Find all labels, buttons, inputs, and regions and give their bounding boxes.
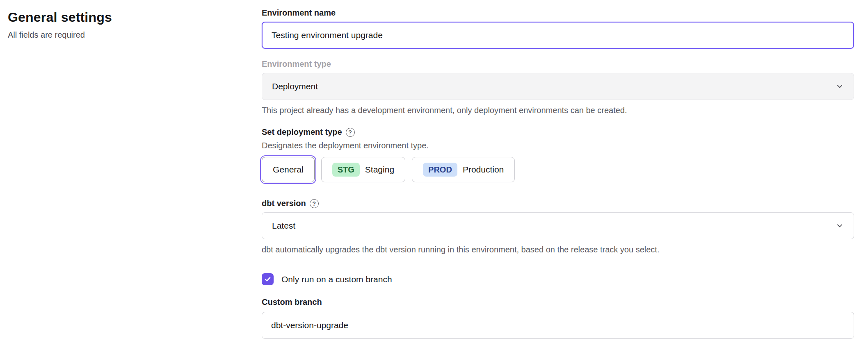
deployment-type-description: Designates the deployment environment ty… bbox=[262, 141, 854, 150]
deployment-type-label-row: Set deployment type ? bbox=[262, 127, 854, 137]
custom-branch-toggle-label: Only run on a custom branch bbox=[281, 275, 392, 284]
chevron-down-icon bbox=[836, 82, 844, 91]
environment-type-value: Deployment bbox=[272, 82, 318, 91]
environment-name-label: Environment name bbox=[262, 8, 854, 18]
dbt-version-help: dbt automatically upgrades the dbt versi… bbox=[262, 245, 854, 254]
deployment-type-staging-button[interactable]: STG Staging bbox=[321, 157, 405, 182]
help-icon[interactable]: ? bbox=[346, 128, 355, 137]
chevron-down-icon bbox=[836, 222, 844, 230]
production-badge: PROD bbox=[423, 163, 457, 177]
settings-form: Environment name Environment type Deploy… bbox=[262, 8, 854, 339]
dbt-version-label: dbt version bbox=[262, 199, 306, 208]
deployment-type-production-button[interactable]: PROD Production bbox=[412, 157, 515, 182]
custom-branch-input[interactable] bbox=[262, 312, 854, 339]
check-icon bbox=[264, 275, 272, 283]
dbt-version-label-row: dbt version ? bbox=[262, 199, 854, 208]
deployment-type-options: General STG Staging PROD Production bbox=[262, 157, 854, 182]
deployment-type-label: Set deployment type bbox=[262, 127, 342, 137]
environment-type-help: This project already has a development e… bbox=[262, 106, 854, 115]
deployment-type-production-label: Production bbox=[463, 165, 504, 175]
custom-branch-label: Custom branch bbox=[262, 297, 854, 307]
staging-badge: STG bbox=[332, 163, 360, 177]
custom-branch-toggle-row: Only run on a custom branch bbox=[262, 273, 854, 285]
dbt-version-select[interactable]: Latest bbox=[262, 212, 854, 239]
settings-header: General settings All fields are required bbox=[8, 8, 262, 339]
dbt-version-value: Latest bbox=[272, 221, 295, 231]
deployment-type-general-button[interactable]: General bbox=[262, 157, 315, 182]
environment-name-input[interactable] bbox=[262, 22, 854, 49]
environment-type-select[interactable]: Deployment bbox=[262, 73, 854, 100]
deployment-type-general-label: General bbox=[273, 165, 304, 175]
page-title: General settings bbox=[8, 10, 262, 25]
custom-branch-checkbox[interactable] bbox=[262, 273, 274, 285]
environment-type-label: Environment type bbox=[262, 59, 854, 69]
deployment-type-staging-label: Staging bbox=[365, 165, 394, 175]
help-icon[interactable]: ? bbox=[310, 199, 319, 208]
settings-page: General settings All fields are required… bbox=[0, 0, 868, 339]
page-subtitle: All fields are required bbox=[8, 30, 262, 40]
